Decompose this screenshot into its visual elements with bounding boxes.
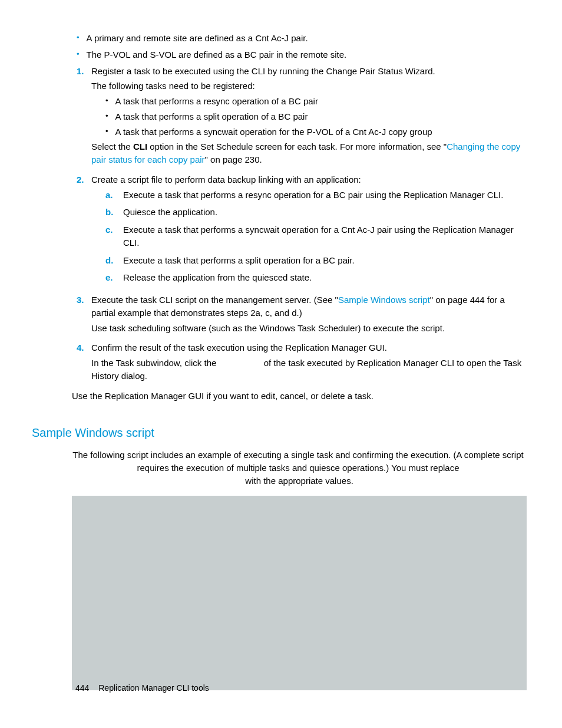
- step-number: 1.: [77, 65, 85, 169]
- list-item: •A task that performs a syncwait operati…: [105, 126, 527, 139]
- step-3: 3. Execute the task CLI script on the ma…: [77, 294, 527, 337]
- bullet-icon: •: [105, 126, 108, 139]
- alpha-marker: d.: [105, 254, 123, 267]
- step-body: Create a script file to perform data bac…: [91, 173, 527, 289]
- alpha-list: a.Execute a task that performs a resync …: [105, 189, 527, 285]
- step-1: 1. Register a task to be executed using …: [77, 65, 527, 169]
- section-heading: Sample Windows script: [32, 424, 527, 442]
- step-4: 4. Confirm the result of the task execut…: [77, 341, 527, 384]
- code-sample-block: [72, 496, 527, 690]
- list-item: •A task that performs a resync operation…: [105, 95, 527, 108]
- list-item: a.Execute a task that performs a resync …: [105, 189, 527, 202]
- step-tail: Select the CLI option in the Set Schedul…: [91, 140, 527, 166]
- step-para: Use task scheduling software (such as th…: [91, 322, 527, 335]
- step-para: In the Task subwindow, click the of the …: [91, 357, 527, 383]
- alpha-text: Execute a task that performs a resync op…: [123, 189, 503, 202]
- step-number: 3.: [77, 294, 85, 337]
- alpha-text: Execute a task that performs a syncwait …: [123, 223, 527, 249]
- bullet-text: A primary and remote site are defined as…: [87, 32, 308, 45]
- ordered-steps: 1. Register a task to be executed using …: [77, 65, 527, 385]
- section-intro: The following script includes an example…: [72, 449, 524, 487]
- list-item: e.Release the application from the quies…: [105, 271, 527, 284]
- bullet-icon: •: [105, 110, 108, 123]
- step-lead: Create a script file to perform data bac…: [91, 173, 527, 186]
- step-body: Execute the task CLI script on the manan…: [91, 294, 527, 337]
- page-footer: 444 Replication Manager CLI tools: [75, 682, 209, 694]
- bullet-icon: •: [77, 32, 80, 45]
- step-number: 4.: [77, 341, 85, 384]
- step-2: 2. Create a script file to perform data …: [77, 173, 527, 289]
- step-para: The following tasks need to be registere…: [91, 80, 527, 93]
- footer-title: Replication Manager CLI tools: [98, 683, 209, 693]
- sub-bullet-list: •A task that performs a resync operation…: [105, 95, 527, 138]
- list-item: • The P-VOL and S-VOL are defined as a B…: [77, 48, 527, 61]
- list-item: b.Quiesce the application.: [105, 206, 527, 219]
- cli-bold: CLI: [133, 141, 147, 151]
- step-lead: Execute the task CLI script on the manan…: [91, 294, 527, 319]
- closing-paragraph: Use the Replication Manager GUI if you w…: [72, 390, 527, 403]
- list-item: •A task that performs a split operation …: [105, 110, 527, 123]
- list-item: d.Execute a task that performs a split o…: [105, 254, 527, 267]
- step-number: 2.: [77, 173, 85, 289]
- alpha-text: Execute a task that performs a split ope…: [123, 254, 355, 267]
- alpha-marker: a.: [105, 189, 123, 202]
- list-item: c.Execute a task that performs a syncwai…: [105, 223, 527, 249]
- alpha-text: Release the application from the quiesce…: [123, 271, 312, 284]
- list-item: • A primary and remote site are defined …: [77, 32, 527, 45]
- alpha-marker: e.: [105, 271, 123, 284]
- bullet-icon: •: [77, 48, 80, 61]
- top-bullet-list: • A primary and remote site are defined …: [77, 32, 527, 61]
- step-lead: Register a task to be executed using the…: [91, 65, 527, 78]
- bullet-text: A task that performs a split operation o…: [115, 110, 308, 123]
- bullet-icon: •: [105, 95, 108, 108]
- alpha-marker: b.: [105, 206, 123, 219]
- step-body: Register a task to be executed using the…: [91, 65, 527, 169]
- bullet-text: A task that performs a resync operation …: [115, 95, 318, 108]
- bullet-text: A task that performs a syncwait operatio…: [115, 126, 432, 139]
- alpha-marker: c.: [105, 223, 123, 249]
- step-body: Confirm the result of the task execution…: [91, 341, 527, 384]
- page-number: 444: [75, 683, 89, 693]
- link-sample-windows-script[interactable]: Sample Windows script: [338, 295, 430, 305]
- alpha-text: Quiesce the application.: [123, 206, 217, 219]
- step-lead: Confirm the result of the task execution…: [91, 341, 527, 354]
- bullet-text: The P-VOL and S-VOL are defined as a BC …: [87, 48, 347, 61]
